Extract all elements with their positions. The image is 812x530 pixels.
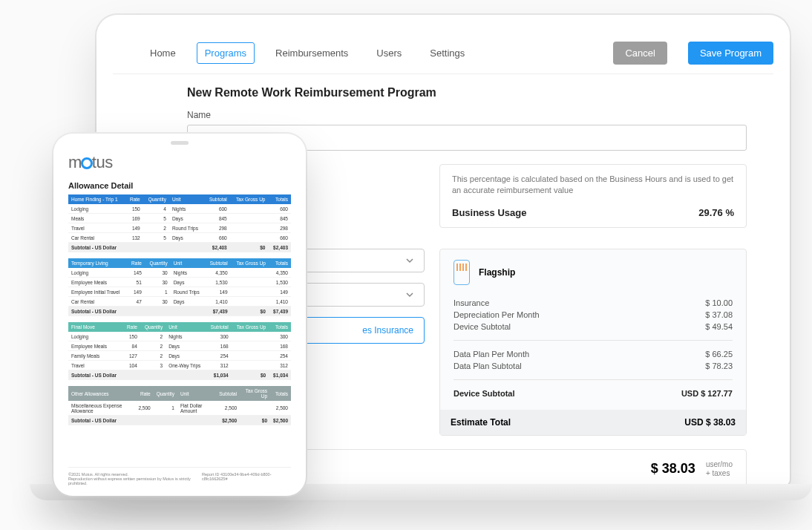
kv-val: $ 37.08 — [705, 310, 733, 319]
kv-val: USD $ 127.77 — [681, 389, 733, 398]
kv-key: Data Plan Per Month — [454, 350, 529, 359]
business-usage-card: This percentage is calculated based on t… — [439, 164, 747, 228]
nav-reimbursements[interactable]: Reimbursements — [268, 43, 356, 63]
name-label: Name — [187, 110, 747, 120]
phone-icon — [454, 260, 470, 285]
nav-home[interactable]: Home — [143, 43, 183, 63]
tablet-footer: ©2021 Motus. All rights reserved. Reprod… — [68, 467, 291, 485]
save-program-button[interactable]: Save Program — [688, 42, 773, 65]
kv-key: Depreciation Per Month — [454, 310, 540, 319]
summary-unit: user/mo+ taxes — [706, 460, 733, 478]
top-nav: Home Programs Reimbursements Users Setti… — [113, 33, 773, 74]
flagship-panel: Flagship Insurance$ 10.00 Depreciation P… — [439, 249, 747, 436]
kv-key: Insurance — [454, 298, 489, 307]
table-other-allowances: Other AllowancesRateQuantityUnitSubtotal… — [68, 386, 291, 425]
kv-val: $ 10.00 — [705, 298, 733, 307]
tablet-device: mtus Allowance Detail Home Finding - Tri… — [53, 134, 306, 496]
report-id: Report ID 43100e34-9be4-409d-b800-c8fc16… — [202, 472, 291, 485]
estimate-label: Estimate Total — [451, 417, 511, 428]
page-title: New Remote Work Reimbursement Program — [187, 86, 747, 99]
allowance-detail-heading: Allowance Detail — [68, 181, 291, 190]
business-usage-value: 29.76 % — [698, 207, 734, 218]
summary-value: $ 38.03 — [651, 461, 695, 477]
nav-programs[interactable]: Programs — [197, 42, 255, 64]
cancel-button[interactable]: Cancel — [613, 42, 667, 65]
tablet-notch — [171, 141, 189, 145]
table-home-finding: Home Finding - Trip 1RateQuantityUnitSub… — [68, 194, 291, 252]
chevron-down-icon — [406, 291, 413, 298]
kv-key: Device Subtotal — [454, 389, 515, 398]
nav-users[interactable]: Users — [369, 43, 409, 63]
kv-key: Device Subtotal — [454, 322, 511, 331]
table-final-move: Final MoveRateQuantityUnitSubtotalTax Gr… — [68, 322, 291, 380]
motus-logo: mtus — [68, 153, 291, 172]
kv-key: Data Plan Subtotal — [454, 361, 522, 370]
chevron-down-icon — [406, 257, 413, 264]
table-temporary-living: Temporary LivingRateQuantityUnitSubtotal… — [68, 258, 291, 316]
flagship-title: Flagship — [479, 267, 515, 278]
kv-val: $ 49.54 — [705, 322, 733, 331]
nav-settings[interactable]: Settings — [422, 43, 472, 63]
kv-val: $ 78.23 — [705, 361, 733, 370]
kv-val: $ 66.25 — [705, 350, 733, 359]
estimate-value: USD $ 38.03 — [684, 417, 736, 428]
business-usage-label: Business Usage — [452, 207, 526, 218]
info-text: This percentage is calculated based on t… — [452, 174, 734, 197]
